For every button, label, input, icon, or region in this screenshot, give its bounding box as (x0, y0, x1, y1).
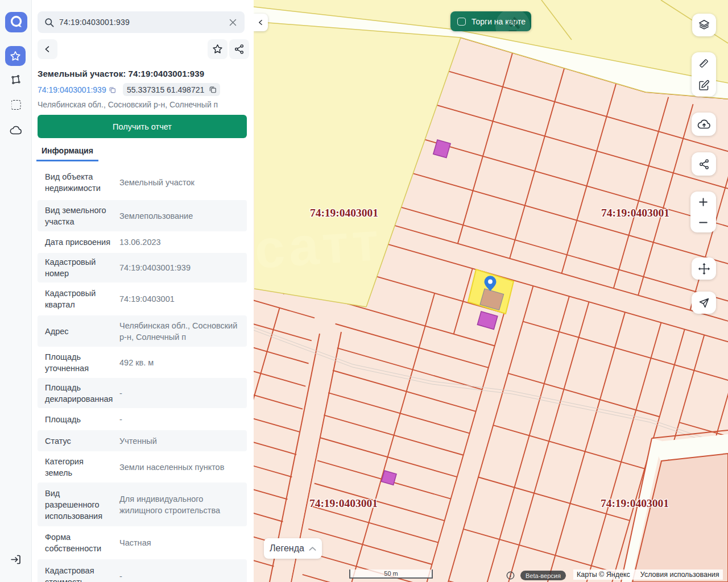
svg-text:сатт: сатт (254, 211, 384, 280)
svg-text:74:19:0403001: 74:19:0403001 (310, 207, 378, 219)
svg-text:74:19:0403001: 74:19:0403001 (601, 497, 669, 509)
svg-text:74:19:0403001: 74:19:0403001 (601, 207, 669, 219)
svg-text:74:19:0403001: 74:19:0403001 (309, 497, 378, 509)
